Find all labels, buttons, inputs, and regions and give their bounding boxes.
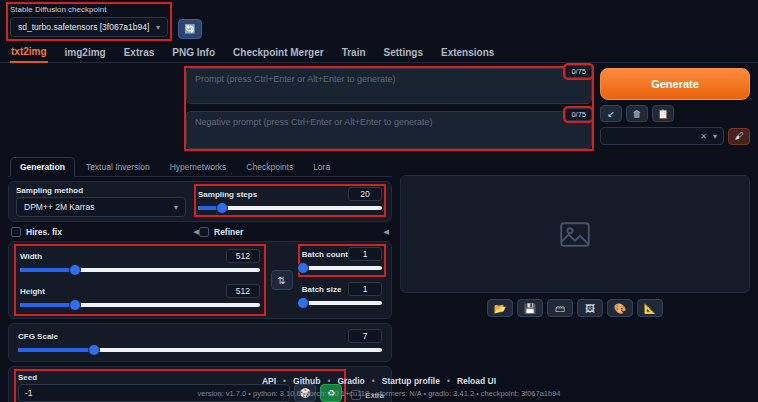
output-toolbar: 📂 💾 🗃 🖼 🎨 📐 — [400, 299, 750, 317]
dimensions-block: Width 512 Height 512 — [16, 246, 264, 314]
tab-img2img[interactable]: img2img — [64, 45, 107, 62]
cfg-card: CFG Scale 7 — [8, 323, 392, 362]
batch-size-track[interactable] — [302, 301, 382, 305]
tab-checkpoint-merger[interactable]: Checkpoint Merger — [232, 45, 325, 62]
checkpoint-value: sd_turbo.safetensors [3f067a1b94] — [18, 22, 149, 32]
subtab-hypernetworks[interactable]: Hypernetworks — [161, 158, 236, 176]
sampling-steps-track[interactable] — [198, 206, 382, 210]
left-spacer — [0, 68, 178, 149]
batch-count-label: Batch count — [302, 250, 348, 259]
sampling-method-label: Sampling method — [16, 186, 186, 195]
tab-extras[interactable]: Extras — [123, 45, 156, 62]
cfg-scale-track[interactable] — [18, 348, 382, 352]
tab-extensions[interactable]: Extensions — [440, 45, 495, 62]
tab-txt2img[interactable]: txt2img — [10, 44, 48, 63]
footer-version-info: version: v1.7.0 • python: 3.10.6 • torch… — [0, 389, 758, 398]
cfg-scale-slider: CFG Scale 7 — [16, 328, 384, 357]
styles-row: ✕ ▾ 🖌 — [600, 127, 750, 145]
sampling-steps-value[interactable]: 20 — [348, 187, 382, 201]
footer-link-reload-ui[interactable]: Reload UI — [440, 376, 496, 386]
hires-fix-block: Hires. fix ◀ — [11, 227, 199, 237]
prompt-token-counter: 0/75 — [565, 65, 592, 78]
footer: APIGithubGradioStartup profileReload UI … — [0, 370, 758, 402]
cfg-scale-label: CFG Scale — [18, 332, 58, 341]
subtab-generation[interactable]: Generation — [10, 157, 75, 177]
main-tabs: txt2img img2img Extras PNG Info Checkpoi… — [0, 42, 758, 63]
dimensions-card: Width 512 Height 512 — [8, 241, 392, 319]
refiner-label: Refiner — [214, 227, 243, 237]
subtab-checkpoints[interactable]: Checkpoints — [237, 158, 302, 176]
checkpoint-selector: Stable Diffusion checkpoint sd_turbo.saf… — [8, 4, 170, 39]
generate-column: Generate ↙ 🗑 📋 ✕ ▾ 🖌 — [600, 68, 750, 149]
tab-png-info[interactable]: PNG Info — [171, 45, 216, 62]
batch-count-value[interactable]: 1 — [348, 247, 382, 261]
styles-dropdown[interactable]: ✕ ▾ — [600, 127, 724, 145]
footer-link-github[interactable]: Github — [276, 376, 320, 386]
swap-width-height-button[interactable]: ⇅ — [271, 270, 293, 290]
refiner-checkbox[interactable] — [199, 227, 209, 237]
checkpoint-dropdown[interactable]: sd_turbo.safetensors [3f067a1b94] ▾ — [10, 17, 168, 37]
extra-networks-button[interactable]: 📋 — [652, 105, 674, 122]
footer-link-startup-profile[interactable]: Startup profile — [365, 376, 440, 386]
collapse-left-icon[interactable]: ◀ — [384, 228, 389, 236]
image-placeholder-icon — [560, 222, 590, 247]
send-to-img2img-button[interactable]: 🖼 — [577, 299, 603, 317]
hires-fix-label: Hires. fix — [26, 227, 62, 237]
chevron-down-icon: ▾ — [713, 132, 717, 141]
width-slider: Width 512 — [18, 248, 262, 277]
subtab-lora[interactable]: Lora — [304, 158, 339, 176]
tab-settings[interactable]: Settings — [383, 45, 424, 62]
batch-count-slider: Batch count 1 — [300, 246, 384, 275]
slider-thumb[interactable] — [298, 263, 308, 273]
save-image-button[interactable]: 💾 — [517, 299, 543, 317]
height-slider: Height 512 — [18, 283, 262, 312]
footer-link-api[interactable]: API — [262, 376, 276, 386]
paste-params-button[interactable]: ↙ — [600, 105, 622, 122]
batch-count-track[interactable] — [302, 266, 382, 270]
sampling-method-block: Sampling method DPM++ 2M Karras ▾ — [16, 186, 186, 217]
settings-column: Generation Textual Inversion Hypernetwor… — [8, 157, 392, 370]
refiner-block: Refiner ◀ — [199, 227, 389, 237]
toggles-row: Hires. fix ◀ Refiner ◀ — [8, 227, 392, 237]
sampling-method-dropdown[interactable]: DPM++ 2M Karras ▾ — [16, 197, 186, 217]
subtab-textual-inversion[interactable]: Textual Inversion — [77, 158, 159, 176]
clear-styles-icon[interactable]: ✕ — [700, 132, 707, 141]
clear-prompt-button[interactable]: 🗑 — [626, 105, 648, 122]
slider-thumb[interactable] — [217, 203, 227, 213]
prompt-wrapper: 0/75 — [186, 68, 592, 104]
open-folder-button[interactable]: 📂 — [487, 299, 513, 317]
txt2img-main: Generation Textual Inversion Hypernetwor… — [0, 155, 758, 370]
height-track[interactable] — [20, 303, 260, 307]
width-track[interactable] — [20, 268, 260, 272]
generate-button[interactable]: Generate — [600, 68, 750, 100]
height-value[interactable]: 512 — [226, 284, 260, 298]
width-label: Width — [20, 252, 42, 261]
tab-train[interactable]: Train — [341, 45, 367, 62]
slider-thumb[interactable] — [70, 300, 80, 310]
slider-thumb[interactable] — [70, 265, 80, 275]
save-zip-button[interactable]: 🗃 — [547, 299, 573, 317]
batch-size-value[interactable]: 1 — [348, 282, 382, 296]
width-value[interactable]: 512 — [226, 249, 260, 263]
batch-block: Batch count 1 Batch size 1 — [300, 246, 384, 310]
negative-prompt-token-counter: 0/75 — [565, 108, 592, 121]
prompt-column: 0/75 0/75 — [186, 68, 592, 149]
refresh-checkpoint-button[interactable]: 🔄 — [178, 19, 202, 39]
footer-links: APIGithubGradioStartup profileReload UI — [0, 376, 758, 386]
prompt-input[interactable] — [186, 68, 592, 104]
negative-prompt-input[interactable] — [186, 111, 592, 149]
prompt-tools-row: ↙ 🗑 📋 — [600, 105, 750, 122]
send-to-extras-button[interactable]: 📐 — [637, 299, 663, 317]
send-to-inpaint-button[interactable]: 🎨 — [607, 299, 633, 317]
chevron-down-icon: ▾ — [174, 203, 178, 212]
batch-size-slider: Batch size 1 — [300, 281, 384, 310]
prompt-area: 0/75 0/75 Generate ↙ 🗑 📋 ✕ ▾ 🖌 — [0, 63, 758, 155]
slider-thumb[interactable] — [298, 298, 308, 308]
hires-fix-checkbox[interactable] — [11, 227, 21, 237]
edit-styles-button[interactable]: 🖌 — [728, 128, 750, 145]
footer-link-gradio[interactable]: Gradio — [320, 376, 364, 386]
output-gallery — [400, 175, 750, 293]
slider-thumb[interactable] — [89, 345, 99, 355]
sampling-steps-label: Sampling steps — [198, 190, 257, 199]
cfg-scale-value[interactable]: 7 — [348, 329, 382, 343]
